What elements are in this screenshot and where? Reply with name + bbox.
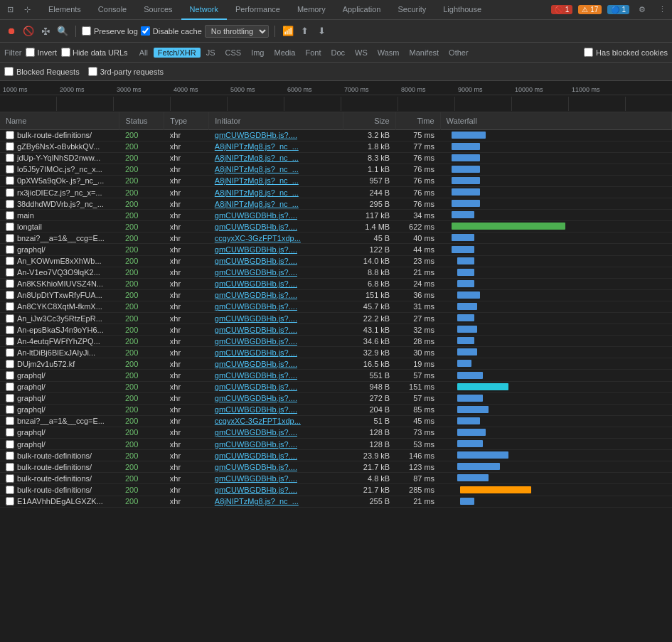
cell-initiator[interactable]: gmCUWBGDBHb.js?.... (209, 370, 343, 381)
filter-tab-js[interactable]: JS (202, 48, 220, 58)
table-row[interactable]: An8UpDtYTxwRfyFUA... 200 xhr gmCUWBGDBHb… (0, 289, 672, 301)
col-header-status[interactable]: Status (119, 112, 164, 129)
throttle-select[interactable]: No throttling (205, 25, 269, 38)
has-blocked-cookies-checkbox[interactable]: Has blocked cookies (584, 48, 668, 57)
filter-tab-doc[interactable]: Doc (326, 48, 349, 58)
dock-icon[interactable]: ⊡ (3, 3, 17, 17)
cell-initiator[interactable]: gmCUWBGDBHb.js?.... (209, 255, 343, 267)
row-select-10[interactable] (6, 245, 14, 254)
col-header-initiator[interactable]: Initiator (209, 112, 343, 129)
table-row[interactable]: lo5J5y7IMOc.js?_nc_x... 200 xhr A8jNIPTz… (0, 164, 672, 175)
cell-initiator[interactable]: gmCUWBGDBHb.js?.... (209, 473, 343, 484)
filter-tab-img[interactable]: Img (247, 48, 268, 58)
cell-initiator[interactable]: gmCUWBGDBHb.js?.... (209, 324, 343, 336)
table-row[interactable]: An-4eutqFWFfYhZPQ... 200 xhr gmCUWBGDBHb… (0, 336, 672, 347)
tab-lighthouse[interactable]: Lighthouse (434, 0, 490, 20)
table-row[interactable]: An_KOWvmE8xXhWb... 200 xhr gmCUWBGDBHb.j… (0, 255, 672, 267)
disable-cache-checkbox[interactable]: Disable cache (141, 26, 202, 36)
table-row[interactable]: E1AAVhhDEgALGXZK... 200 xhr A8jNIPTzMg8.… (0, 496, 672, 507)
col-header-type[interactable]: Type (164, 112, 209, 129)
row-select-29[interactable] (6, 463, 14, 471)
table-row[interactable]: bulk-route-definitions/ 200 xhr gmCUWBGD… (0, 484, 672, 496)
table-row[interactable]: main 200 xhr gmCUWBGDBHb.js?.... 117 kB … (0, 210, 672, 221)
tab-security[interactable]: Security (389, 0, 434, 20)
row-select-28[interactable] (6, 451, 14, 460)
filter-tab-wasm[interactable]: Wasm (373, 48, 404, 58)
table-row[interactable]: An-V1eo7VQ3O9lqK2... 200 xhr gmCUWBGDBHb… (0, 267, 672, 278)
row-select-11[interactable] (6, 257, 14, 265)
row-select-16[interactable] (6, 314, 14, 323)
row-select-5[interactable] (6, 188, 14, 197)
invert-input[interactable] (26, 48, 35, 57)
cell-initiator[interactable]: A8jNIPTzMg8.js?_nc_... (209, 496, 343, 507)
col-header-size[interactable]: Size (343, 112, 395, 129)
cell-initiator[interactable]: gmCUWBGDBHb.js?.... (209, 347, 343, 358)
filter-tab-media[interactable]: Media (270, 48, 299, 58)
col-header-waterfall[interactable]: Waterfall (440, 112, 671, 129)
preserve-log-input[interactable] (82, 26, 91, 36)
cell-initiator[interactable]: A8jNIPTzMg8.js?_nc_... (209, 175, 343, 186)
cell-initiator[interactable]: A8jNIPTzMg8.js?_nc_... (209, 198, 343, 210)
row-select-30[interactable] (6, 474, 14, 483)
row-select-12[interactable] (6, 268, 14, 277)
cell-initiator[interactable]: gmCUWBGDBHb.js?.... (209, 439, 343, 450)
col-header-name[interactable]: Name (0, 112, 119, 129)
cell-initiator[interactable]: gmCUWBGDBHb.js?.... (209, 301, 343, 312)
table-row[interactable]: bnzai?__a=1&__ccg=E... 200 xhr ccgyxXC-3… (0, 415, 672, 427)
cell-initiator[interactable]: gmCUWBGDBHb.js?.... (209, 392, 343, 404)
filter-tab-manifest[interactable]: Manifest (405, 48, 444, 58)
row-select-31[interactable] (6, 486, 14, 494)
row-select-1[interactable] (6, 142, 14, 151)
record-button[interactable]: ⏺ (4, 24, 18, 38)
row-select-19[interactable] (6, 348, 14, 357)
tab-network[interactable]: Network (181, 0, 227, 20)
table-row[interactable]: bulk-route-definitions/ 200 xhr gmCUWBGD… (0, 473, 672, 484)
table-row[interactable]: graphql/ 200 xhr gmCUWBGDBHb.js?.... 128… (0, 439, 672, 450)
table-row[interactable]: gZBy6NsX-oBvbkkQV... 200 xhr A8jNIPTzMg8… (0, 141, 672, 152)
table-row[interactable]: bulk-route-definitions/ 200 xhr gmCUWBGD… (0, 129, 672, 141)
export-icon[interactable]: ⬇ (315, 24, 329, 38)
third-party-checkbox[interactable]: 3rd-party requests (88, 67, 164, 76)
cell-initiator[interactable]: A8jNIPTzMg8.js?_nc_... (209, 186, 343, 198)
blocked-requests-input[interactable] (4, 67, 14, 76)
table-row[interactable]: bulk-route-definitions/ 200 xhr gmCUWBGD… (0, 450, 672, 461)
table-row[interactable]: longtail 200 xhr gmCUWBGDBHb.js?.... 1.4… (0, 221, 672, 232)
import-icon[interactable]: ⬆ (298, 24, 312, 38)
tab-application[interactable]: Application (334, 0, 390, 20)
cell-initiator[interactable]: A8jNIPTzMg8.js?_nc_... (209, 164, 343, 175)
tab-performance[interactable]: Performance (227, 0, 289, 20)
row-select-2[interactable] (6, 154, 14, 162)
row-select-25[interactable] (6, 417, 14, 425)
cell-initiator[interactable]: gmCUWBGDBHb.js?.... (209, 336, 343, 347)
third-party-input[interactable] (88, 67, 97, 76)
cell-initiator[interactable]: gmCUWBGDBHb.js?.... (209, 221, 343, 232)
row-select-13[interactable] (6, 279, 14, 288)
cell-initiator[interactable]: gmCUWBGDBHb.js?.... (209, 210, 343, 221)
row-select-17[interactable] (6, 326, 14, 334)
table-row[interactable]: 0pXW5a9qOk-.js?_nc_... 200 xhr A8jNIPTzM… (0, 175, 672, 186)
cell-initiator[interactable]: gmCUWBGDBHb.js?.... (209, 278, 343, 289)
table-row[interactable]: jdUp-Y-YqlNhSD2nww... 200 xhr A8jNIPTzMg… (0, 152, 672, 164)
filter-tab-fetch-xhr[interactable]: Fetch/XHR (154, 48, 201, 58)
table-row[interactable]: An8KSKhioMIUVSZ4N... 200 xhr gmCUWBGDBHb… (0, 278, 672, 289)
filter-tab-other[interactable]: Other (444, 48, 473, 58)
table-row[interactable]: An8CYKC8XqtM-fkmX... 200 xhr gmCUWBGDBHb… (0, 301, 672, 312)
cell-initiator[interactable]: gmCUWBGDBHb.js?.... (209, 427, 343, 438)
row-select-21[interactable] (6, 371, 14, 380)
has-blocked-cookies-input[interactable] (584, 48, 593, 57)
cell-initiator[interactable]: gmCUWBGDBHb.js?.... (209, 267, 343, 278)
row-select-0[interactable] (6, 131, 14, 139)
more-icon[interactable]: ⋮ (655, 3, 669, 17)
row-select-23[interactable] (6, 394, 14, 402)
table-row[interactable]: graphql/ 200 xhr gmCUWBGDBHb.js?.... 204… (0, 404, 672, 415)
filter-tab-css[interactable]: CSS (221, 48, 246, 58)
tab-console[interactable]: Console (90, 0, 135, 20)
row-select-3[interactable] (6, 165, 14, 173)
preserve-log-checkbox[interactable]: Preserve log (82, 26, 138, 36)
filter-tab-ws[interactable]: WS (351, 48, 372, 58)
cell-initiator[interactable]: gmCUWBGDBHb.js?.... (209, 461, 343, 473)
row-select-27[interactable] (6, 440, 14, 449)
disable-cache-input[interactable] (141, 26, 150, 36)
cell-initiator[interactable]: gmCUWBGDBHb.js?.... (209, 484, 343, 496)
table-row[interactable]: rx3jicDIECz.js?_nc_x=... 200 xhr A8jNIPT… (0, 186, 672, 198)
